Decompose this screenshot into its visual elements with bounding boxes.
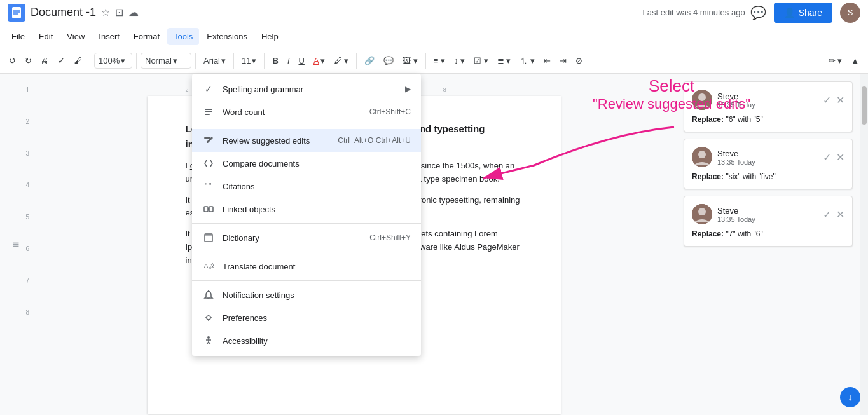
right-scrollbar[interactable]: [860, 74, 868, 415]
separator-4: [233, 53, 234, 69]
comment-actions-2: ✓ ✕: [823, 151, 844, 163]
notification-label: Notification settings: [223, 290, 411, 300]
highlight-button[interactable]: 🖊 ▾: [330, 53, 353, 68]
menu-item-review[interactable]: Review suggested edits Ctrl+Alt+O Ctrl+A…: [192, 129, 421, 152]
menu-file[interactable]: File: [5, 28, 31, 45]
comment-avatar-1: [692, 90, 712, 110]
decrease-indent-button[interactable]: ⇤: [540, 53, 555, 68]
checklist-button[interactable]: ☑ ▾: [470, 53, 492, 68]
spellcheck-button[interactable]: ✓: [54, 53, 69, 68]
menu-item-accessibility[interactable]: Accessibility: [192, 329, 421, 352]
insert-comment-button[interactable]: 💬: [380, 53, 397, 68]
svg-point-2: [698, 93, 706, 101]
style-arrow-icon: ▾: [173, 56, 177, 65]
svg-point-23: [208, 315, 209, 316]
menu-item-notifications[interactable]: Notification settings: [192, 283, 421, 306]
wordcount-shortcut: Ctrl+Shift+C: [369, 107, 411, 116]
new-text-2: "five": [759, 172, 776, 181]
accept-icon-2[interactable]: ✓: [823, 151, 831, 163]
comment-icon[interactable]: 💬: [750, 5, 766, 20]
comment-text-1: Replace: "6" with "5": [692, 115, 844, 124]
menu-format[interactable]: Format: [127, 28, 166, 45]
comment-avatar-3: [692, 204, 712, 224]
doc-title[interactable]: Document -1: [31, 6, 96, 19]
zoom-selector[interactable]: 100% ▾: [94, 53, 132, 69]
replace-label-2: Replace:: [692, 172, 724, 181]
review-shortcut: Ctrl+Alt+O Ctrl+Alt+U: [338, 136, 411, 145]
undo-button[interactable]: ↺: [5, 53, 20, 68]
svg-rect-16: [205, 234, 212, 242]
line-spacing-button[interactable]: ↕ ▾: [450, 53, 469, 68]
scroll-down-button[interactable]: ↓: [840, 387, 860, 407]
citations-icon: "": [202, 180, 215, 193]
svg-point-27: [207, 336, 210, 339]
svg-point-25: [205, 317, 207, 318]
accept-icon-1[interactable]: ✓: [823, 94, 831, 106]
comment-card-3: Steve 13:35 Today ✓ ✕ Replace: "7" with …: [684, 196, 853, 247]
accessibility-icon: [202, 334, 215, 347]
comment-actions-1: ✓ ✕: [823, 94, 844, 106]
menu-help[interactable]: Help: [255, 28, 285, 45]
clear-format-button[interactable]: ⊘: [572, 53, 586, 68]
star-icon[interactable]: ☆: [101, 6, 110, 18]
comment-header-1: Steve 13:35 Today ✓ ✕: [692, 90, 844, 110]
insert-image-button[interactable]: 🖼 ▾: [399, 53, 422, 68]
reject-icon-1[interactable]: ✕: [836, 94, 844, 106]
svg-point-24: [208, 320, 209, 321]
comment-header-2: Steve 13:35 Today ✓ ✕: [692, 147, 844, 167]
accept-icon-3[interactable]: ✓: [823, 208, 831, 221]
menu-item-spelling[interactable]: ✓ Spelling and grammar ▶: [192, 78, 421, 100]
separator-3: [195, 53, 196, 69]
menu-item-linked[interactable]: Linked objects: [192, 198, 421, 221]
separator-6: [356, 53, 357, 69]
menu-edit[interactable]: Edit: [32, 28, 59, 45]
reject-icon-3[interactable]: ✕: [836, 208, 844, 221]
bold-button[interactable]: B: [268, 53, 282, 68]
menu-tools[interactable]: Tools: [167, 28, 199, 45]
separator-after-translate: [192, 280, 421, 281]
style-selector[interactable]: Normal ▾: [141, 53, 191, 69]
bullet-list-button[interactable]: ≣ ▾: [493, 53, 515, 68]
italic-button[interactable]: I: [284, 53, 294, 68]
new-text-1: "5": [754, 115, 763, 124]
svg-point-22: [207, 316, 210, 320]
font-name-selector[interactable]: Arial ▾: [200, 53, 230, 68]
share-icon: 👤: [784, 8, 795, 18]
font-size-selector[interactable]: 11 ▾: [238, 53, 260, 68]
reject-icon-2[interactable]: ✕: [836, 151, 844, 163]
menu-item-dictionary[interactable]: Dictionary Ctrl+Shift+Y: [192, 226, 421, 249]
compare-label: Compare documents: [223, 159, 411, 168]
alignment-button[interactable]: ≡ ▾: [430, 53, 449, 68]
history-icon[interactable]: ⊡: [115, 6, 123, 18]
menu-item-wordcount[interactable]: Word count Ctrl+Shift+C: [192, 100, 421, 123]
redo-button[interactable]: ↻: [21, 53, 36, 68]
preferences-icon: [202, 311, 215, 324]
menu-item-citations[interactable]: "" Citations: [192, 175, 421, 198]
wordcount-label: Word count: [223, 107, 362, 117]
scrollbar-thumb[interactable]: [862, 86, 867, 125]
print-button[interactable]: 🖨: [37, 53, 53, 68]
menu-view[interactable]: View: [60, 28, 91, 45]
menu-extensions[interactable]: Extensions: [200, 28, 254, 45]
share-button[interactable]: 👤 Share: [774, 3, 832, 23]
paint-format-button[interactable]: 🖌: [70, 53, 86, 68]
menu-item-compare[interactable]: Compare documents: [192, 152, 421, 175]
menu-insert[interactable]: Insert: [92, 28, 126, 45]
menu-item-translate[interactable]: A✕文 Translate document: [192, 255, 421, 278]
comment-actions-3: ✓ ✕: [823, 208, 844, 221]
collapse-toolbar-button[interactable]: ▲: [847, 53, 863, 68]
number-list-button[interactable]: ⒈ ▾: [516, 53, 539, 69]
comment-meta-1: Steve 13:35 Today: [717, 92, 818, 109]
increase-indent-button[interactable]: ⇥: [556, 53, 570, 68]
user-avatar[interactable]: S: [840, 3, 860, 23]
cloud-icon[interactable]: ☁: [128, 6, 139, 18]
underline-button[interactable]: U: [295, 53, 308, 68]
comment-text-2: Replace: "six" with "five": [692, 172, 844, 181]
notification-icon: [202, 289, 215, 301]
insert-link-button[interactable]: 🔗: [361, 53, 378, 68]
svg-rect-10: [204, 137, 210, 139]
text-color-button[interactable]: A ▾: [310, 53, 329, 68]
review-label: Review suggested edits: [223, 136, 330, 146]
editing-mode-button[interactable]: ✏ ▾: [825, 53, 846, 68]
menu-item-preferences[interactable]: Preferences: [192, 306, 421, 329]
